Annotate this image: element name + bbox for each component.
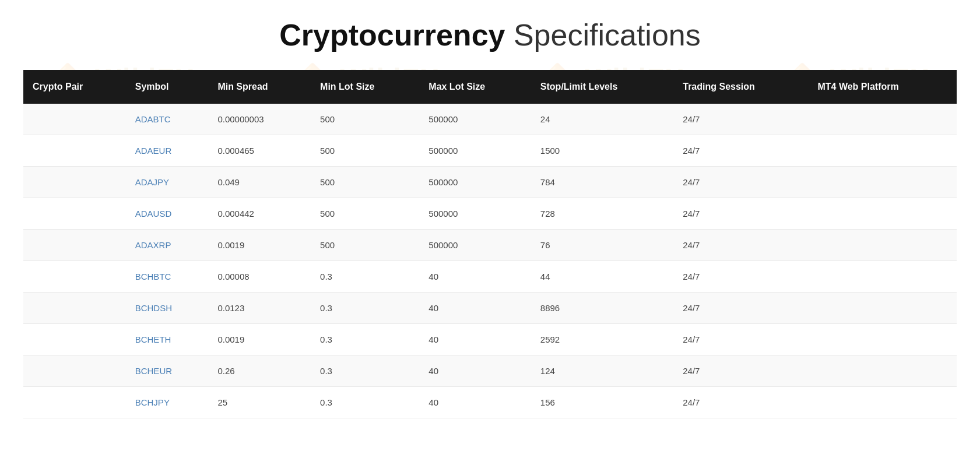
table-cell: 8896 — [531, 293, 673, 324]
table-cell: 24/7 — [673, 167, 808, 198]
table-cell: 500000 — [419, 167, 531, 198]
table-cell — [808, 230, 957, 261]
table-cell — [808, 324, 957, 355]
table-cell: BCHDSH — [126, 293, 209, 324]
table-cell: 500 — [311, 104, 419, 135]
table-cell: ADAXRP — [126, 230, 209, 261]
table-cell — [23, 324, 126, 355]
table-cell: ADABTC — [126, 104, 209, 135]
table-cell: ADAUSD — [126, 198, 209, 230]
table-cell: 1500 — [531, 135, 673, 167]
table-row: BCHETH0.00190.340259224/7 — [23, 324, 957, 355]
table-cell: 500 — [311, 167, 419, 198]
table-cell: 0.00000003 — [208, 104, 311, 135]
table-header: Crypto Pair Symbol Min Spread Min Lot Si… — [23, 70, 957, 104]
table-cell: 0.000465 — [208, 135, 311, 167]
table-cell: 156 — [531, 387, 673, 418]
table-cell: BCHEUR — [126, 355, 209, 387]
table-cell: 500 — [311, 135, 419, 167]
table-cell — [23, 355, 126, 387]
table-row: ADABTC0.000000035005000002424/7 — [23, 104, 957, 135]
table-cell: 500000 — [419, 230, 531, 261]
table-cell: BCHETH — [126, 324, 209, 355]
table-cell: 0.0123 — [208, 293, 311, 324]
table-cell — [808, 387, 957, 418]
table-cell: 0.0019 — [208, 230, 311, 261]
col-stop-limit: Stop/Limit Levels — [531, 70, 673, 104]
table-cell: 40 — [419, 261, 531, 293]
table-cell — [808, 198, 957, 230]
table-cell: 76 — [531, 230, 673, 261]
table-cell: ADAEUR — [126, 135, 209, 167]
col-min-spread: Min Spread — [208, 70, 311, 104]
page-title-bold: Cryptocurrency — [279, 18, 505, 52]
table-row: BCHDSH0.01230.340889624/7 — [23, 293, 957, 324]
table-row: BCHEUR0.260.34012424/7 — [23, 355, 957, 387]
table-cell: 784 — [531, 167, 673, 198]
table-cell — [23, 198, 126, 230]
table-body: ADABTC0.000000035005000002424/7ADAEUR0.0… — [23, 104, 957, 418]
table-cell: 500000 — [419, 104, 531, 135]
table-cell: 0.00008 — [208, 261, 311, 293]
table-cell: 24/7 — [673, 324, 808, 355]
col-symbol: Symbol — [126, 70, 209, 104]
table-cell: 500 — [311, 230, 419, 261]
table-cell: 24 — [531, 104, 673, 135]
table-row: ADAEUR0.000465500500000150024/7 — [23, 135, 957, 167]
table-cell: 40 — [419, 355, 531, 387]
table-cell: 500000 — [419, 198, 531, 230]
col-min-lot-size: Min Lot Size — [311, 70, 419, 104]
table-cell: 0.3 — [311, 261, 419, 293]
table-cell — [808, 104, 957, 135]
table-cell — [23, 167, 126, 198]
table-cell — [808, 167, 957, 198]
page-title-normal: Specifications — [505, 18, 700, 52]
table-cell: 0.26 — [208, 355, 311, 387]
table-cell: 728 — [531, 198, 673, 230]
page-title: Cryptocurrency Specifications — [23, 17, 957, 52]
table-cell: 500000 — [419, 135, 531, 167]
table-cell: 24/7 — [673, 230, 808, 261]
table-cell: ADAJPY — [126, 167, 209, 198]
table-cell: 24/7 — [673, 198, 808, 230]
table-cell: 44 — [531, 261, 673, 293]
table-cell: 500 — [311, 198, 419, 230]
table-cell: 24/7 — [673, 293, 808, 324]
table-row: ADAXRP0.00195005000007624/7 — [23, 230, 957, 261]
table-cell: 0.049 — [208, 167, 311, 198]
table-cell: 0.3 — [311, 355, 419, 387]
table-cell: 0.3 — [311, 324, 419, 355]
table-cell: 124 — [531, 355, 673, 387]
table-cell: BCHJPY — [126, 387, 209, 418]
table-cell: 0.0019 — [208, 324, 311, 355]
main-content: Cryptocurrency Specifications Crypto Pai… — [0, 0, 980, 436]
table-cell — [23, 261, 126, 293]
table-cell: 24/7 — [673, 261, 808, 293]
table-cell: 2592 — [531, 324, 673, 355]
table-row: ADAUSD0.00044250050000072824/7 — [23, 198, 957, 230]
table-cell: 0.3 — [311, 387, 419, 418]
table-row: ADAJPY0.04950050000078424/7 — [23, 167, 957, 198]
table-cell — [808, 293, 957, 324]
table-cell: BCHBTC — [126, 261, 209, 293]
table-cell — [23, 387, 126, 418]
table-cell: 0.000442 — [208, 198, 311, 230]
table-cell — [808, 355, 957, 387]
col-crypto-pair: Crypto Pair — [23, 70, 126, 104]
table-cell: 24/7 — [673, 135, 808, 167]
table-cell: 40 — [419, 324, 531, 355]
col-trading-session: Trading Session — [673, 70, 808, 104]
table-cell: 40 — [419, 293, 531, 324]
table-row: BCHBTC0.000080.3404424/7 — [23, 261, 957, 293]
table-cell: 25 — [208, 387, 311, 418]
col-mt4: MT4 Web Platform — [808, 70, 957, 104]
table-cell — [808, 135, 957, 167]
table-cell — [808, 261, 957, 293]
table-cell — [23, 230, 126, 261]
specifications-table: Crypto Pair Symbol Min Spread Min Lot Si… — [23, 70, 957, 418]
col-max-lot-size: Max Lot Size — [419, 70, 531, 104]
table-cell — [23, 104, 126, 135]
table-cell: 24/7 — [673, 387, 808, 418]
table-cell: 40 — [419, 387, 531, 418]
table-cell: 24/7 — [673, 355, 808, 387]
